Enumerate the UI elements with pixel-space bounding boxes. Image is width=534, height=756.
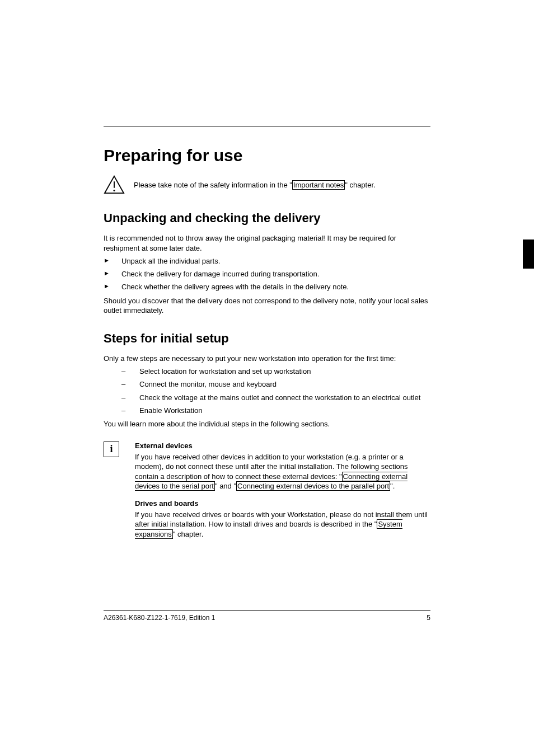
footer-page-number: 5 <box>427 614 430 622</box>
unpacking-outro: Should you discover that the delivery do… <box>104 296 430 316</box>
section-heading-unpacking: Unpacking and checking the delivery <box>104 211 430 226</box>
parallel-port-link[interactable]: Connecting external devices to the paral… <box>236 481 390 491</box>
warning-callout: Please take note of the safety informati… <box>104 175 430 194</box>
page-title: Preparing for use <box>104 146 430 165</box>
info-external-text: If you have received other devices in ad… <box>135 452 430 491</box>
list-item: Check whether the delivery agrees with t… <box>104 282 430 292</box>
setup-steps: Select location for workstation and set … <box>121 367 430 416</box>
list-item: Connect the monitor, mouse and keyboard <box>121 379 430 389</box>
unpacking-intro: It is recommended not to throw away the … <box>104 233 430 253</box>
list-item: Check the voltage at the mains outlet an… <box>121 393 430 403</box>
warning-text-post: " chapter. <box>345 181 375 189</box>
page-edge-tab <box>523 240 534 269</box>
warning-icon <box>104 175 125 194</box>
list-item: Select location for workstation and set … <box>121 367 430 377</box>
setup-intro: Only a few steps are necessary to put yo… <box>104 354 430 364</box>
warning-text: Please take note of the safety informati… <box>134 181 376 189</box>
list-item: Check the delivery for damage incurred d… <box>104 269 430 279</box>
footer-docid: A26361-K680-Z122-1-7619, Edition 1 <box>104 614 215 622</box>
important-notes-link[interactable]: Important notes <box>292 180 345 190</box>
info-icon: i <box>104 442 119 457</box>
warning-text-pre: Please take note of the safety informati… <box>134 181 292 189</box>
page-footer: A26361-K680-Z122-1-7619, Edition 1 5 <box>104 610 430 622</box>
unpacking-steps: Unpack all the individual parts. Check t… <box>104 256 430 293</box>
svg-point-2 <box>113 190 115 191</box>
info-drives-text: If you have received drives or boards wi… <box>135 510 430 539</box>
header-rule <box>104 126 430 126</box>
setup-outro: You will learn more about the individual… <box>104 419 430 429</box>
info-subhead-external: External devices <box>135 442 430 450</box>
list-item: Unpack all the individual parts. <box>104 256 430 266</box>
info-callout: i External devices If you have received … <box>104 442 430 547</box>
list-item: Enable Workstation <box>121 406 430 416</box>
section-heading-setup: Steps for initial setup <box>104 331 430 346</box>
info-subhead-drives: Drives and boards <box>135 499 430 508</box>
